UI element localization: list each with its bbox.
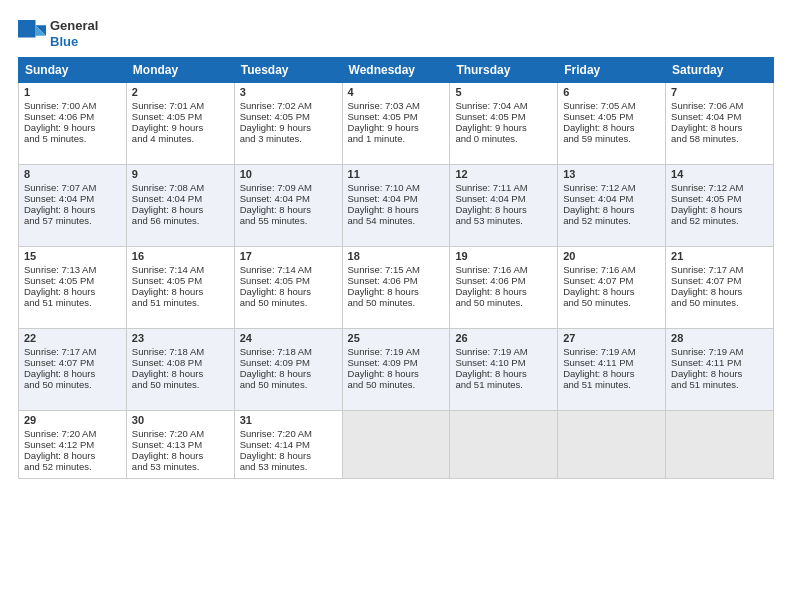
day-info-line: and 5 minutes. (24, 133, 121, 144)
day-info-line: Daylight: 8 hours (455, 286, 552, 297)
day-info-line: and 51 minutes. (24, 297, 121, 308)
calendar-cell: 7Sunrise: 7:06 AMSunset: 4:04 PMDaylight… (666, 83, 774, 165)
day-info-line: Sunset: 4:09 PM (348, 357, 445, 368)
day-info-line: Sunrise: 7:01 AM (132, 100, 229, 111)
day-info-line: Daylight: 8 hours (24, 450, 121, 461)
calendar-cell: 29Sunrise: 7:20 AMSunset: 4:12 PMDayligh… (19, 411, 127, 479)
calendar-cell: 15Sunrise: 7:13 AMSunset: 4:05 PMDayligh… (19, 247, 127, 329)
calendar-body: 1Sunrise: 7:00 AMSunset: 4:06 PMDaylight… (19, 83, 774, 479)
day-info-line: and 0 minutes. (455, 133, 552, 144)
day-info-line: Daylight: 9 hours (455, 122, 552, 133)
day-info-line: Daylight: 8 hours (563, 286, 660, 297)
day-info-line: and 58 minutes. (671, 133, 768, 144)
calendar-cell: 27Sunrise: 7:19 AMSunset: 4:11 PMDayligh… (558, 329, 666, 411)
day-info-line: and 52 minutes. (563, 215, 660, 226)
day-info-line: Sunset: 4:07 PM (24, 357, 121, 368)
day-info-line: and 50 minutes. (348, 297, 445, 308)
logo-blue: Blue (50, 34, 78, 49)
day-info-line: Sunrise: 7:20 AM (240, 428, 337, 439)
day-info-line: Sunrise: 7:03 AM (348, 100, 445, 111)
day-info-line: and 52 minutes. (671, 215, 768, 226)
day-number: 26 (455, 332, 552, 344)
calendar-cell: 4Sunrise: 7:03 AMSunset: 4:05 PMDaylight… (342, 83, 450, 165)
day-number: 23 (132, 332, 229, 344)
day-info-line: Sunrise: 7:06 AM (671, 100, 768, 111)
calendar-cell: 23Sunrise: 7:18 AMSunset: 4:08 PMDayligh… (126, 329, 234, 411)
day-info-line: Sunset: 4:04 PM (455, 193, 552, 204)
calendar-cell: 21Sunrise: 7:17 AMSunset: 4:07 PMDayligh… (666, 247, 774, 329)
day-info-line: Sunrise: 7:10 AM (348, 182, 445, 193)
day-info-line: Sunset: 4:10 PM (455, 357, 552, 368)
day-info-line: Daylight: 8 hours (563, 122, 660, 133)
day-info-line: Daylight: 8 hours (671, 204, 768, 215)
day-number: 18 (348, 250, 445, 262)
day-info-line: and 54 minutes. (348, 215, 445, 226)
day-info-line: and 51 minutes. (671, 379, 768, 390)
day-number: 25 (348, 332, 445, 344)
day-info-line: Sunrise: 7:14 AM (132, 264, 229, 275)
day-info-line: Sunset: 4:07 PM (563, 275, 660, 286)
day-number: 1 (24, 86, 121, 98)
day-info-line: Sunset: 4:04 PM (348, 193, 445, 204)
day-info-line: Sunrise: 7:04 AM (455, 100, 552, 111)
day-info-line: and 50 minutes. (671, 297, 768, 308)
day-info-line: Sunrise: 7:12 AM (563, 182, 660, 193)
day-info-line: and 50 minutes. (240, 297, 337, 308)
day-info-line: and 59 minutes. (563, 133, 660, 144)
day-info-line: Daylight: 8 hours (348, 368, 445, 379)
calendar-week-5: 29Sunrise: 7:20 AMSunset: 4:12 PMDayligh… (19, 411, 774, 479)
calendar-cell: 9Sunrise: 7:08 AMSunset: 4:04 PMDaylight… (126, 165, 234, 247)
day-number: 12 (455, 168, 552, 180)
calendar-cell: 11Sunrise: 7:10 AMSunset: 4:04 PMDayligh… (342, 165, 450, 247)
column-header-sunday: Sunday (19, 58, 127, 83)
day-info-line: Daylight: 9 hours (24, 122, 121, 133)
calendar-cell: 3Sunrise: 7:02 AMSunset: 4:05 PMDaylight… (234, 83, 342, 165)
column-header-wednesday: Wednesday (342, 58, 450, 83)
day-info-line: Sunrise: 7:16 AM (455, 264, 552, 275)
day-number: 13 (563, 168, 660, 180)
calendar-header-row: SundayMondayTuesdayWednesdayThursdayFrid… (19, 58, 774, 83)
day-number: 4 (348, 86, 445, 98)
calendar-week-2: 8Sunrise: 7:07 AMSunset: 4:04 PMDaylight… (19, 165, 774, 247)
day-info-line: Sunset: 4:05 PM (671, 193, 768, 204)
day-info-line: Sunrise: 7:17 AM (24, 346, 121, 357)
calendar-cell: 1Sunrise: 7:00 AMSunset: 4:06 PMDaylight… (19, 83, 127, 165)
calendar-cell: 2Sunrise: 7:01 AMSunset: 4:05 PMDaylight… (126, 83, 234, 165)
day-info-line: Sunrise: 7:18 AM (132, 346, 229, 357)
column-header-tuesday: Tuesday (234, 58, 342, 83)
day-info-line: Sunset: 4:11 PM (563, 357, 660, 368)
day-info-line: Sunset: 4:05 PM (348, 111, 445, 122)
calendar-cell (666, 411, 774, 479)
calendar-cell: 14Sunrise: 7:12 AMSunset: 4:05 PMDayligh… (666, 165, 774, 247)
day-info-line: Sunrise: 7:13 AM (24, 264, 121, 275)
day-info-line: Sunset: 4:06 PM (348, 275, 445, 286)
day-info-line: Daylight: 8 hours (132, 286, 229, 297)
day-number: 11 (348, 168, 445, 180)
day-info-line: Sunset: 4:12 PM (24, 439, 121, 450)
day-info-line: Daylight: 8 hours (455, 368, 552, 379)
day-info-line: Sunset: 4:04 PM (24, 193, 121, 204)
day-number: 21 (671, 250, 768, 262)
day-info-line: Daylight: 8 hours (24, 204, 121, 215)
day-number: 3 (240, 86, 337, 98)
day-info-line: Sunrise: 7:19 AM (671, 346, 768, 357)
day-number: 5 (455, 86, 552, 98)
header: General Blue (18, 18, 774, 49)
day-info-line: Daylight: 8 hours (24, 286, 121, 297)
day-info-line: Sunset: 4:04 PM (240, 193, 337, 204)
calendar-cell (450, 411, 558, 479)
calendar-cell: 18Sunrise: 7:15 AMSunset: 4:06 PMDayligh… (342, 247, 450, 329)
day-info-line: Sunrise: 7:19 AM (455, 346, 552, 357)
day-info-line: Sunset: 4:06 PM (24, 111, 121, 122)
day-info-line: Sunrise: 7:14 AM (240, 264, 337, 275)
day-info-line: Sunrise: 7:09 AM (240, 182, 337, 193)
calendar-cell: 20Sunrise: 7:16 AMSunset: 4:07 PMDayligh… (558, 247, 666, 329)
day-info-line: Sunrise: 7:00 AM (24, 100, 121, 111)
calendar-cell: 22Sunrise: 7:17 AMSunset: 4:07 PMDayligh… (19, 329, 127, 411)
calendar-cell: 25Sunrise: 7:19 AMSunset: 4:09 PMDayligh… (342, 329, 450, 411)
day-info-line: Sunrise: 7:20 AM (132, 428, 229, 439)
day-info-line: Daylight: 8 hours (240, 286, 337, 297)
day-info-line: Daylight: 8 hours (671, 368, 768, 379)
day-info-line: Sunrise: 7:08 AM (132, 182, 229, 193)
calendar-cell: 26Sunrise: 7:19 AMSunset: 4:10 PMDayligh… (450, 329, 558, 411)
